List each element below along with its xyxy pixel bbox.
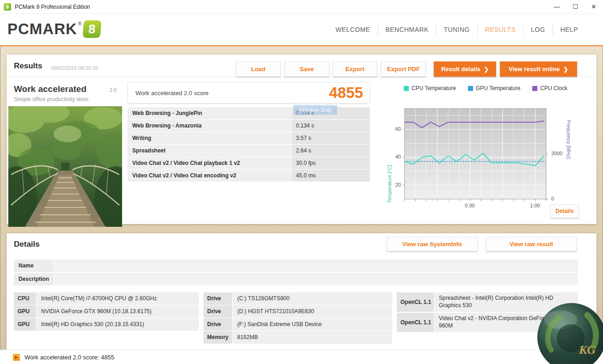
table-row: GPU Intel(R) HD Graphics 530 (20.19.15.4… (14, 318, 199, 331)
score-label: Work accelerated 2.0 score (128, 90, 209, 97)
pcmark-logo: PCMARK ® 8 (7, 20, 101, 38)
left-axis-title: Temperature [°C] (387, 120, 392, 203)
chart-details-button[interactable]: Details (550, 204, 579, 218)
maximize-button[interactable]: ☐ (566, 0, 585, 13)
kitguru-watermark: KG (536, 302, 603, 364)
name-value[interactable] (54, 260, 578, 272)
description-row: Description (14, 273, 578, 285)
jungle-bridge-image (8, 106, 122, 227)
metric-value: 3.57 s (292, 132, 370, 144)
table-row: Drive (D:) HGST HTS721010A9E630 (203, 305, 392, 318)
test-name: Work accelerated (14, 84, 86, 94)
metric-value: 2.64 s (292, 145, 370, 157)
row-value: NVIDIA GeForce GTX 960M (10.18.13.6175) (37, 305, 199, 318)
name-label: Name (14, 260, 54, 272)
storage-table: Drive (C:) TS128GMTS800 Drive (D:) HGST … (203, 292, 392, 344)
row-label: GPU (14, 305, 36, 318)
view-online-label: View result online (509, 66, 560, 73)
metric-label: Spreadsheet (128, 145, 292, 157)
logo-8-icon: 8 (83, 20, 102, 38)
row-value: (C:) TS128GMTS800 (233, 292, 392, 305)
kitguru-sphere-logo: KG (536, 302, 603, 364)
window-controls: — ☐ ✕ (548, 0, 603, 13)
close-button[interactable]: ✕ (585, 0, 603, 13)
export-pdf-button[interactable]: Export PDF (381, 61, 426, 77)
legend-item: GPU Temperature (468, 85, 521, 91)
metric-value: 45.0 ms (292, 170, 370, 182)
nav-log[interactable]: LOG (523, 23, 553, 36)
description-value[interactable] (54, 273, 578, 285)
metric-row: Writing 3.57 s (128, 132, 370, 144)
legend-swatch (404, 86, 409, 91)
metric-row: Spreadsheet 2.64 s (128, 145, 370, 157)
table-row: Drive (C:) TS128GMTS800 (203, 292, 392, 305)
row-label: Drive (203, 305, 232, 318)
test-subtitle: Simple office productivity tests (8, 96, 122, 106)
kitguru-initials: KG (578, 343, 596, 357)
legend-swatch (468, 86, 473, 91)
result-details-button[interactable]: Result details ❯ (434, 61, 496, 77)
main-nav: WELCOME BENCHMARK TUNING RESULTS LOG HEL… (328, 14, 585, 45)
metric-label: Writing (128, 132, 292, 144)
window-title: PCMark 8 Professional Edition (15, 4, 90, 10)
row-value: Intel(R) Core(TM) i7-6700HQ CPU @ 2.60GH… (37, 292, 199, 305)
table-row: GPU NVIDIA GeForce GTX 960M (10.18.13.61… (14, 305, 199, 318)
export-button[interactable]: Export (332, 61, 377, 77)
expand-arrow-icon: ▶ (13, 354, 20, 361)
metric-label: Video Chat v2 / Video Chat playback 1 v2 (128, 157, 292, 169)
monitoring-chart (402, 108, 548, 203)
nav-results[interactable]: RESULTS (477, 23, 523, 36)
view-raw-result-button[interactable]: View raw result (486, 237, 577, 251)
legend-swatch (532, 86, 537, 91)
right-axis-title: Frequency [MHz] (566, 120, 572, 203)
nav-tuning[interactable]: TUNING (436, 23, 477, 36)
footer-score-text: Work accelerated 2.0 score: 4855 (25, 354, 114, 361)
row-label: OpenCL 1.1 (397, 313, 434, 332)
row-label: CPU (14, 292, 36, 305)
nav-benchmark[interactable]: BENCHMARK (378, 23, 436, 36)
row-value: 8192MB (233, 331, 392, 344)
nav-welcome[interactable]: WELCOME (328, 23, 377, 36)
app-window: 8 PCMark 8 Professional Edition — ☐ ✕ PC… (0, 0, 603, 364)
app-header: PCMARK ® 8 WELCOME BENCHMARK TUNING RESU… (0, 14, 603, 46)
results-title: Results (14, 61, 42, 71)
registered-mark: ® (78, 21, 81, 26)
row-value: (D:) HGST HTS721010A9E630 (233, 305, 392, 318)
chevron-right-icon: ❯ (564, 66, 568, 73)
metric-value: 0.134 s (292, 120, 370, 132)
result-details-label: Result details (441, 66, 480, 73)
view-raw-systeminfo-button[interactable]: View raw SystemInfo (387, 237, 478, 251)
nav-help[interactable]: HELP (553, 23, 585, 36)
table-row: Drive (F:) SanDisk Extreme USB Device (203, 318, 392, 331)
table-row: Memory 8192MB (203, 331, 392, 344)
metric-row: Web Browsing - Amazonia 0.134 s (128, 120, 370, 132)
row-value: Intel(R) HD Graphics 530 (20.19.15.4331) (37, 318, 199, 331)
test-version: 2.0 (110, 87, 117, 93)
y-tick-right: 2000 (551, 151, 568, 156)
row-label: Drive (203, 318, 232, 331)
x-tick: 0:30 (461, 203, 479, 208)
footer-score-item[interactable]: ▶ Work accelerated 2.0 score: 4855 (13, 354, 114, 361)
score-box: Work accelerated 2.0 score 4855 (128, 82, 370, 103)
details-title: Details (14, 240, 40, 249)
hardware-table: CPU Intel(R) Core(TM) i7-6700HQ CPU @ 2.… (14, 292, 199, 331)
name-row: Name (14, 260, 578, 272)
results-timestamp: 09/02/2016 08:20:15 (51, 65, 98, 71)
metrics-table: Web Browsing - JunglePin 0.314 s Web Bro… (128, 107, 370, 182)
row-label: Drive (203, 292, 232, 305)
metric-label: Video Chat v2 / Video Chat encoding v2 (128, 170, 292, 182)
minimize-button[interactable]: — (548, 0, 566, 13)
description-label: Description (14, 273, 54, 285)
metric-row: Video Chat v2 / Video Chat encoding v2 4… (128, 170, 370, 182)
save-button[interactable]: Save (284, 61, 329, 77)
legend-item: CPU Temperature (404, 85, 456, 91)
metric-label: Web Browsing - Amazonia (128, 120, 292, 132)
x-tick: 1:00 (526, 203, 544, 208)
load-button[interactable]: Load (236, 61, 281, 77)
window-snip-tooltip: Window Snip (293, 105, 338, 115)
chevron-right-icon: ❯ (484, 66, 489, 73)
details-panel: Details View raw SystemInfo View raw res… (6, 233, 597, 350)
view-result-online-button[interactable]: View result online ❯ (500, 61, 577, 77)
legend-label: GPU Temperature (476, 85, 521, 91)
metric-value: 30.0 fps (292, 157, 370, 169)
